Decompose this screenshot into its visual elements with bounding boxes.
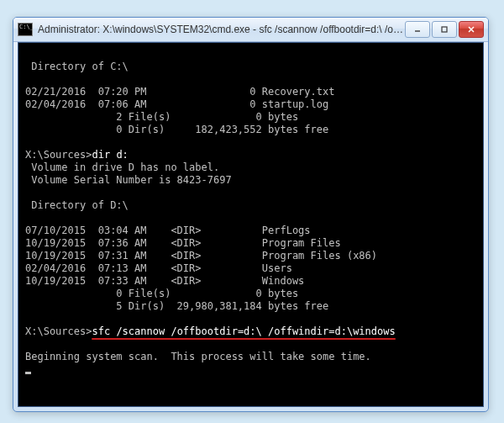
volume-line: Volume in drive D has no label. xyxy=(25,161,476,174)
scan-message: Beginning system scan. This process will… xyxy=(25,351,476,363)
typed-command-highlighted: sfc /scannow /offbootdir=d:\ /offwindir=… xyxy=(92,325,395,338)
typed-command: dir d: xyxy=(92,149,128,161)
dir-d-line: 10/19/2015 07:31 AM <DIR> Program Files … xyxy=(25,250,476,262)
blank-line xyxy=(25,187,476,199)
dir-d-line: 02/04/2016 07:13 AM <DIR> Users xyxy=(25,262,476,275)
terminal-output[interactable]: Directory of C:\ 02/21/2016 07:20 PM 0 R… xyxy=(18,42,484,407)
dir-d-line: 5 Dir(s) 29,980,381,184 bytes free xyxy=(25,300,476,313)
title-bar[interactable]: Administrator: X:\windows\SYSTEM32\cmd.e… xyxy=(13,18,488,42)
dir-c-line: 02/21/2016 07:20 PM 0 Recovery.txt xyxy=(25,86,476,98)
prompt: X:\Sources> xyxy=(25,149,92,161)
blank-line xyxy=(25,212,476,225)
volume-serial-line: Volume Serial Number is 8423-7697 xyxy=(25,174,476,187)
close-button[interactable] xyxy=(459,21,484,38)
dir-c-header: Directory of C:\ xyxy=(25,61,476,73)
dir-d-line: 10/19/2015 07:36 AM <DIR> Program Files xyxy=(25,237,476,250)
blank-line xyxy=(25,313,476,325)
dir-c-line: 0 Dir(s) 182,423,552 bytes free xyxy=(25,124,476,136)
window-controls xyxy=(403,21,484,38)
minimize-button[interactable] xyxy=(405,21,430,38)
dir-d-line: 07/10/2015 03:04 AM <DIR> PerfLogs xyxy=(25,225,476,237)
command-prompt-window: Administrator: X:\windows\SYSTEM32\cmd.e… xyxy=(13,17,489,412)
svg-rect-1 xyxy=(442,27,447,32)
dir-d-line: 0 File(s) 0 bytes xyxy=(25,288,476,300)
cursor-line xyxy=(25,363,476,376)
dir-d-header: Directory of D:\ xyxy=(25,199,476,212)
blank-line xyxy=(25,338,476,351)
cursor-icon xyxy=(25,372,31,374)
dir-c-line: 2 File(s) 0 bytes xyxy=(25,111,476,124)
blank-line xyxy=(25,136,476,149)
maximize-button[interactable] xyxy=(432,21,457,38)
prompt-line: X:\Sources>dir d: xyxy=(25,149,476,161)
cmd-icon xyxy=(18,23,33,36)
dir-d-line: 10/19/2015 07:33 AM <DIR> Windows xyxy=(25,275,476,288)
blank-line xyxy=(25,73,476,86)
prompt-line: X:\Sources>sfc /scannow /offbootdir=d:\ … xyxy=(25,325,476,338)
prompt: X:\Sources> xyxy=(25,325,92,337)
blank-line xyxy=(25,48,476,61)
dir-c-line: 02/04/2016 07:06 AM 0 startup.log xyxy=(25,98,476,111)
window-title: Administrator: X:\windows\SYSTEM32\cmd.e… xyxy=(38,24,403,35)
